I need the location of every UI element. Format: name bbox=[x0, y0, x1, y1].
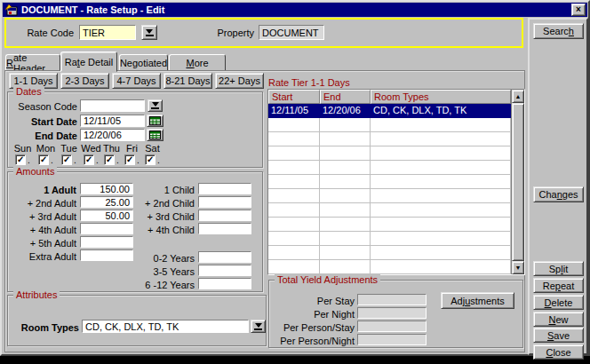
rate-code-lov-button[interactable] bbox=[141, 25, 157, 40]
day-label: Mon bbox=[35, 143, 57, 154]
save-button[interactable]: Save bbox=[533, 328, 584, 343]
start-date-label: Start Date bbox=[8, 116, 77, 127]
scroll-down-icon[interactable]: ▼ bbox=[512, 261, 524, 274]
child-4-field[interactable] bbox=[198, 223, 251, 234]
close-icon[interactable]: × bbox=[571, 4, 586, 16]
room-types-field[interactable]: CD, CK, DLX, TD, TK bbox=[82, 320, 249, 333]
per-stay-field[interactable] bbox=[357, 294, 427, 305]
child-1-label: 1 Child bbox=[106, 185, 195, 195]
day-label: Tue bbox=[58, 143, 80, 154]
column-header-start[interactable]: Start bbox=[268, 90, 320, 104]
day-label: Fri bbox=[121, 143, 143, 154]
day-tab-2-3[interactable]: 2-3 Days bbox=[60, 73, 109, 89]
window-title: DOCUMENT - Rate Setup - Edit bbox=[21, 4, 164, 15]
rate-setup-window: DOCUMENT - Rate Setup - Edit × Rate Code… bbox=[0, 0, 590, 356]
scrollbar-thumb[interactable] bbox=[512, 103, 524, 261]
day-tab-4-7[interactable]: 4-7 Days bbox=[112, 73, 161, 89]
column-header-end[interactable]: End bbox=[320, 90, 371, 104]
table-row-empty[interactable] bbox=[268, 203, 511, 218]
age-0-2-field[interactable] bbox=[198, 251, 251, 263]
day-thu: Thu ✓. bbox=[100, 143, 123, 165]
table-row-empty[interactable] bbox=[268, 260, 511, 274]
season-code-label: Season Code bbox=[8, 101, 77, 112]
season-code-lov-button[interactable] bbox=[148, 99, 163, 112]
grid-scrollbar[interactable]: ▲ ▼ bbox=[511, 90, 524, 274]
cell-room-types: CD, CK, DLX, TD, TK bbox=[371, 104, 511, 118]
thu-checkbox[interactable]: ✓ bbox=[104, 154, 115, 165]
start-date-field[interactable]: 12/11/05 bbox=[80, 115, 145, 127]
total-yield-group-title: Total Yield Adjustments bbox=[275, 274, 380, 285]
day-tue: Tue ✓. bbox=[58, 143, 80, 165]
adult-3-label: + 3rd Adult bbox=[8, 211, 76, 222]
lov-dropdown-icon bbox=[151, 102, 159, 109]
table-row-empty[interactable] bbox=[268, 246, 511, 260]
column-header-room-types[interactable]: Room Types bbox=[371, 90, 511, 104]
table-row-empty[interactable] bbox=[268, 161, 511, 175]
day-tab-22plus[interactable]: 22+ Days bbox=[215, 73, 264, 89]
age-3-5-field[interactable] bbox=[198, 265, 251, 276]
child-3-label: + 3rd Child bbox=[106, 211, 195, 222]
table-row-empty[interactable] bbox=[268, 146, 511, 161]
per-night-field[interactable] bbox=[357, 307, 427, 319]
wed-checkbox[interactable]: ✓ bbox=[84, 154, 94, 165]
table-row-empty[interactable] bbox=[268, 118, 511, 132]
fri-checkbox[interactable]: ✓ bbox=[124, 154, 135, 165]
table-row-selected[interactable]: 12/11/05 12/20/06 CD, CK, DLX, TD, TK bbox=[268, 104, 511, 118]
per-person-stay-field[interactable] bbox=[357, 320, 427, 332]
adult-2-label: + 2nd Adult bbox=[8, 198, 76, 209]
rate-tier-grid: Start End Room Types 12/11/05 12/20/06 C… bbox=[267, 89, 525, 275]
rate-code-field[interactable]: TIER bbox=[79, 25, 136, 40]
new-button[interactable]: New bbox=[533, 312, 584, 327]
child-2-field[interactable] bbox=[198, 196, 251, 208]
split-button[interactable]: Split bbox=[533, 261, 584, 276]
table-row-empty[interactable] bbox=[268, 175, 511, 189]
table-row-empty[interactable] bbox=[268, 232, 511, 246]
day-sat: Sat ✓. bbox=[141, 143, 163, 165]
day-label: Sat bbox=[141, 143, 163, 154]
sun-checkbox[interactable]: ✓ bbox=[15, 154, 26, 165]
mon-checkbox[interactable]: ✓ bbox=[38, 154, 49, 165]
changes-button[interactable]: Changes bbox=[533, 186, 584, 202]
amounts-group-title: Amounts bbox=[13, 166, 57, 177]
sat-checkbox[interactable]: ✓ bbox=[145, 154, 155, 165]
adult-5-label: + 5th Adult bbox=[8, 238, 76, 249]
day-label: Thu bbox=[100, 143, 123, 154]
start-date-calendar-button[interactable] bbox=[147, 115, 163, 127]
end-date-label: End Date bbox=[8, 131, 77, 141]
adult-5-field[interactable] bbox=[80, 236, 133, 248]
titlebar: DOCUMENT - Rate Setup - Edit × bbox=[3, 3, 587, 17]
dates-group-title: Dates bbox=[13, 86, 44, 97]
tab-negotiated[interactable]: Negotiated bbox=[119, 54, 168, 71]
tab-rate-header[interactable]: Rate Header bbox=[5, 54, 60, 71]
attributes-group-title: Attributes bbox=[13, 289, 60, 300]
close-button[interactable]: Close bbox=[533, 344, 584, 360]
delete-button[interactable]: Delete bbox=[533, 295, 584, 310]
total-yield-group: Total Yield Adjustments Per Stay Per Nig… bbox=[268, 280, 523, 348]
age-0-2-label: 0-2 Years bbox=[106, 253, 195, 264]
search-button[interactable]: Search bbox=[533, 23, 584, 39]
adjustments-button[interactable]: Adjustments bbox=[441, 292, 514, 309]
season-code-field[interactable] bbox=[80, 99, 145, 112]
table-row-empty[interactable] bbox=[268, 132, 511, 146]
end-date-field[interactable]: 12/20/06 bbox=[80, 129, 145, 141]
repeat-button[interactable]: Repeat bbox=[533, 278, 584, 293]
property-field: DOCUMENT bbox=[259, 25, 324, 40]
table-row-empty[interactable] bbox=[268, 218, 511, 232]
child-1-field[interactable] bbox=[198, 183, 251, 194]
tab-rate-detail[interactable]: Rate Detail bbox=[60, 51, 117, 72]
table-row-empty[interactable] bbox=[268, 189, 511, 203]
end-date-calendar-button[interactable] bbox=[147, 129, 163, 141]
dot: . bbox=[116, 155, 119, 165]
tue-checkbox[interactable]: ✓ bbox=[61, 154, 72, 165]
scroll-up-icon[interactable]: ▲ bbox=[512, 90, 524, 103]
room-types-lov-button[interactable] bbox=[251, 320, 266, 333]
day-tab-8-21[interactable]: 8-21 Days bbox=[163, 73, 212, 89]
extra-adult-label: Extra Adult bbox=[8, 251, 76, 262]
tab-more[interactable]: More bbox=[169, 54, 226, 71]
child-3-field[interactable] bbox=[198, 210, 251, 221]
age-6-12-label: 6 -12 Years bbox=[106, 280, 195, 290]
dot: . bbox=[74, 155, 76, 165]
age-6-12-field[interactable] bbox=[198, 278, 251, 289]
age-3-5-label: 3-5 Years bbox=[106, 266, 195, 277]
per-person-night-field[interactable] bbox=[357, 334, 427, 345]
